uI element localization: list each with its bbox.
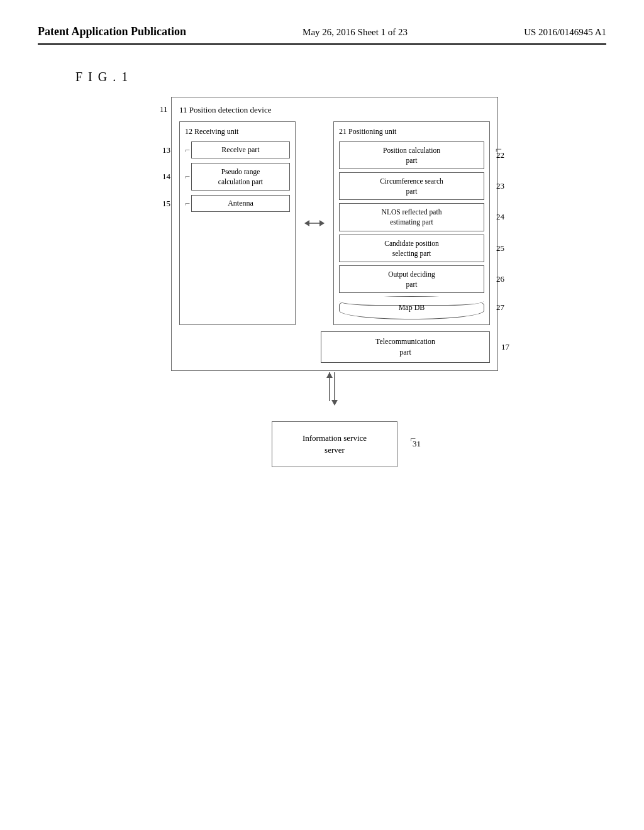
position-calc-row: Position calculationpart 22 ⌐ xyxy=(339,141,484,169)
circumference-search-box: Circumference searchpart xyxy=(339,172,484,200)
ref-14: 14 xyxy=(162,172,170,182)
antenna-box: Antenna xyxy=(191,195,290,212)
ref-24: 24 xyxy=(496,212,504,222)
pseudo-range-row: 14 ⌐ Pseudo rangecalculation part xyxy=(185,163,290,191)
ref-23: 23 xyxy=(496,181,504,191)
outer-ref-11: 11 xyxy=(160,104,168,114)
position-detection-device-box: 11 Position detection device 12 Receivin… xyxy=(171,97,498,371)
output-deciding-row: Output decidingpart 26 xyxy=(339,265,484,293)
header-right-text: US 2016/0146945 A1 xyxy=(524,27,606,38)
ref-17: 17 xyxy=(501,341,509,353)
h-arrow-area xyxy=(302,121,327,325)
positioning-unit-box: 21 Positioning unit Position calculation… xyxy=(333,121,490,325)
telecom-row: Telecommunicationpart 17 xyxy=(179,331,490,363)
position-calc-box: Position calculationpart xyxy=(339,141,484,169)
ref-27: 27 xyxy=(496,302,504,313)
ref-26: 26 xyxy=(496,274,504,284)
info-server-section: Information serviceserver 31 ⌐ xyxy=(158,421,511,467)
candidate-pos-box: Candidate positionselecting part xyxy=(339,235,484,262)
page-header: Patent Application Publication May 26, 2… xyxy=(38,25,606,45)
header-center-text: May 26, 2016 Sheet 1 of 23 xyxy=(303,27,408,38)
receive-part-box: Receive part xyxy=(191,141,290,158)
ref-13: 13 xyxy=(162,145,170,155)
receive-part-row: 13 ⌐ Receive part xyxy=(185,141,290,158)
info-server-box: Information serviceserver 31 ⌐ xyxy=(272,421,397,467)
header-left-text: Patent Application Publication xyxy=(38,25,186,38)
candidate-pos-row: Candidate positionselecting part 25 xyxy=(339,235,484,262)
map-db-row: Map DB 27 xyxy=(339,296,484,319)
arrow-section xyxy=(158,371,511,421)
vertical-arrow-svg xyxy=(316,371,353,421)
antenna-row: 15 ⌐ Antenna xyxy=(185,195,290,212)
ref-25: 25 xyxy=(496,243,504,253)
pseudo-range-box: Pseudo rangecalculation part xyxy=(191,163,290,191)
map-db-box: Map DB xyxy=(339,296,484,319)
nlos-box: NLOS reflected pathestimating part xyxy=(339,203,484,231)
receiving-unit-box: 12 Receiving unit 13 ⌐ Receive part 14 ⌐… xyxy=(179,121,296,325)
diagram-container: 11 Position detection device 12 Receivin… xyxy=(38,97,606,467)
telecom-box: Telecommunicationpart 17 xyxy=(321,331,490,363)
output-deciding-box: Output decidingpart xyxy=(339,265,484,293)
circumference-search-row: Circumference searchpart 23 xyxy=(339,172,484,200)
svg-marker-6 xyxy=(326,372,333,378)
nlos-row: NLOS reflected pathestimating part 24 xyxy=(339,203,484,231)
receiving-unit-label: 12 Receiving unit xyxy=(185,127,290,136)
positioning-unit-label: 21 Positioning unit xyxy=(339,127,484,136)
outer-box-label: 11 Position detection device xyxy=(179,105,490,115)
svg-marker-4 xyxy=(331,400,338,406)
bidirectional-arrow xyxy=(302,214,327,233)
figure-label: F I G . 1 xyxy=(75,70,606,84)
ref-15: 15 xyxy=(162,199,170,209)
